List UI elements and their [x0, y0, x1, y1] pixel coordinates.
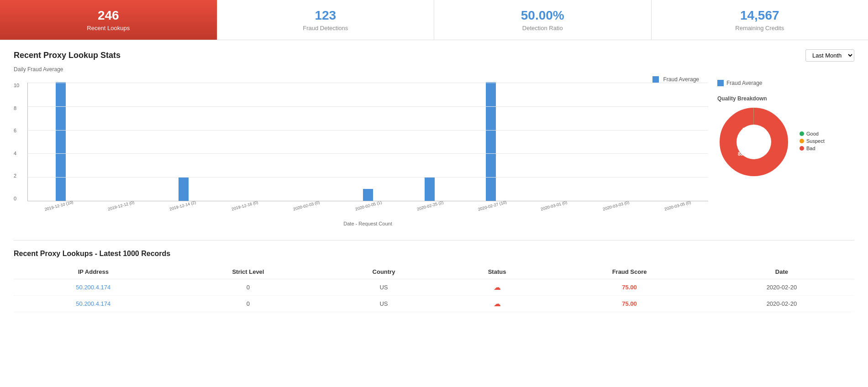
donut-legend-bad: Bad [800, 146, 825, 151]
good-dot [800, 131, 804, 136]
col-country: Country [323, 265, 444, 279]
col-fraud-score: Fraud Score [550, 265, 709, 279]
suspect-label: Suspect [806, 138, 825, 144]
row-0-fraud-score: 75.00 [550, 279, 709, 296]
y-label-8: 8 [14, 105, 19, 111]
table-row: 50.200.4.174 0 US ☁ 75.00 2020-02-20 [14, 296, 854, 312]
y-label-6: 6 [14, 128, 19, 133]
status-icon-1: ☁ [494, 300, 501, 308]
col-ip: IP Address [14, 265, 173, 279]
chart-legend: Fraud Average [652, 76, 700, 83]
bar-6 [425, 177, 435, 201]
legend-box-fraud-avg [652, 76, 659, 83]
period-select[interactable]: Last Month [805, 49, 854, 62]
suspect-dot [800, 139, 804, 143]
y-label-0: 0 [14, 196, 19, 201]
donut-wrapper: 8.6% 88.8% Good Suspect [717, 105, 854, 178]
row-1-fraud-score: 75.00 [550, 296, 709, 312]
fraud-avg-legend: Fraud Average [717, 80, 854, 86]
y-label-2: 2 [14, 173, 19, 178]
main-content: Recent Proxy Lookup Stats Last Month Dai… [0, 40, 868, 321]
row-1-status: ☁ [444, 296, 550, 312]
bar-0 [56, 82, 66, 201]
stat-value-remaining-credits: 14,567 [661, 8, 859, 23]
chart-legend-container: Fraud Average Quality Breakdown [717, 66, 854, 226]
fraud-avg-legend-label: Fraud Average [726, 80, 763, 86]
row-1-strict: 0 [173, 296, 324, 312]
donut-chart: 8.6% 88.8% [717, 105, 790, 178]
stat-label-detection-ratio: Detection Ratio [443, 25, 642, 31]
bar-group-7 [460, 82, 522, 201]
row-1-date: 2020-02-20 [709, 296, 854, 312]
bar-group-0 [30, 82, 92, 201]
grid-line-2 [28, 177, 708, 178]
stat-label-fraud-detections: Fraud Detections [226, 25, 425, 31]
grid-line-4 [28, 153, 708, 154]
stat-card-fraud-detections: 123 Fraud Detections [217, 0, 435, 40]
grid-line-6 [28, 130, 708, 131]
stat-value-fraud-detections: 123 [226, 8, 425, 23]
bar-5 [363, 189, 373, 201]
stat-value-recent-lookups: 246 [9, 8, 208, 23]
donut-section: Quality Breakdown 8.6% 88.8% [717, 95, 854, 178]
stat-label-recent-lookups: Recent Lookups [9, 25, 208, 31]
stat-value-detection-ratio: 50.00% [443, 8, 642, 23]
stat-card-remaining-credits: 14,567 Remaining Credits [652, 0, 868, 40]
donut-label-good: 8.6% [742, 127, 752, 131]
row-0-strict: 0 [173, 279, 324, 296]
legend-label-fraud-avg: Fraud Average [663, 76, 700, 83]
lookups-table: IP Address Strict Level Country Status F… [14, 265, 854, 312]
grid-line-8 [28, 106, 708, 107]
bad-dot [800, 146, 804, 151]
bar-2 [179, 177, 189, 201]
good-label: Good [806, 131, 819, 136]
stat-label-remaining-credits: Remaining Credits [661, 25, 859, 31]
y-label-10: 10 [14, 83, 19, 88]
col-strict: Strict Level [173, 265, 324, 279]
table-row: 50.200.4.174 0 US ☁ 75.00 2020-02-20 [14, 279, 854, 296]
table-section-title: Recent Proxy Lookups - Latest 1000 Recor… [14, 250, 854, 258]
row-1-ip[interactable]: 50.200.4.174 [14, 296, 173, 312]
donut-legend-suspect: Suspect [800, 138, 825, 144]
donut-legend: Good Suspect Bad [800, 131, 825, 153]
grid-line-10 [28, 83, 708, 83]
table-section: Recent Proxy Lookups - Latest 1000 Recor… [14, 250, 854, 312]
bar-chart-area [27, 83, 708, 201]
row-0-country: US [323, 279, 444, 296]
chart-subtitle: Daily Fraud Average [14, 66, 708, 73]
chart-section: Daily Fraud Average Fraud Average 10 8 6… [14, 66, 854, 226]
section-title: Recent Proxy Lookup Stats [14, 51, 121, 60]
y-label-4: 4 [14, 151, 19, 156]
row-0-status: ☁ [444, 279, 550, 296]
stat-card-recent-lookups: 246 Recent Lookups [0, 0, 217, 40]
col-status: Status [444, 265, 550, 279]
x-axis-labels: 2019-12-10 (10) 2019-12-12 (0) 2019-12-1… [27, 204, 708, 208]
table-header-row: IP Address Strict Level Country Status F… [14, 265, 854, 279]
row-0-date: 2020-02-20 [709, 279, 854, 296]
section-header: Recent Proxy Lookup Stats Last Month [14, 49, 854, 62]
stats-bar: 246 Recent Lookups 123 Fraud Detections … [0, 0, 868, 40]
bad-label: Bad [806, 146, 815, 151]
donut-label-bad: 88.8% [738, 152, 751, 157]
status-icon-0: ☁ [494, 283, 501, 291]
bar-7 [486, 82, 496, 201]
row-1-country: US [323, 296, 444, 312]
stat-card-detection-ratio: 50.00% Detection Ratio [434, 0, 652, 40]
chart-x-title: Date - Request Count [27, 221, 708, 226]
bar-chart-container: Daily Fraud Average Fraud Average 10 8 6… [14, 66, 708, 226]
col-date: Date [709, 265, 854, 279]
donut-legend-good: Good [800, 131, 825, 136]
donut-title: Quality Breakdown [717, 95, 854, 102]
fraud-avg-legend-box [717, 80, 724, 86]
section-divider [14, 240, 854, 241]
row-0-ip[interactable]: 50.200.4.174 [14, 279, 173, 296]
